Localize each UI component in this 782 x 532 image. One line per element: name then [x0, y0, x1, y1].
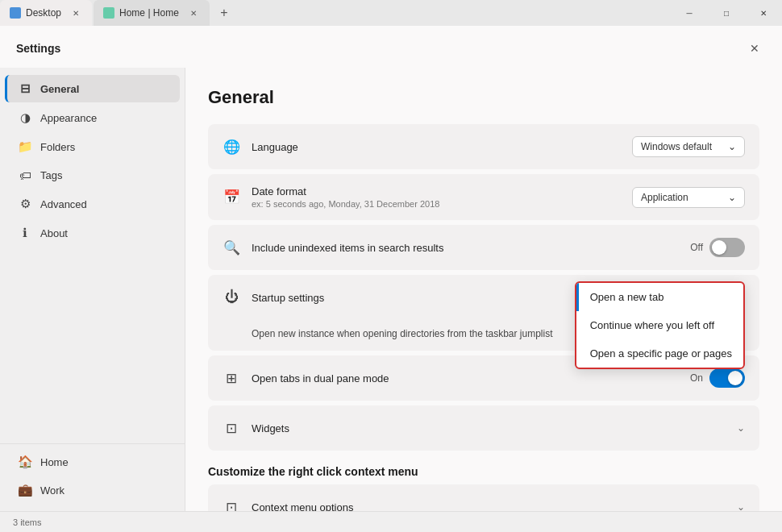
new-tab-button[interactable]: +: [213, 2, 235, 24]
context-menu-icon: ⊡: [223, 499, 240, 512]
sidebar-label-about: About: [40, 227, 68, 239]
work-icon: 💼: [18, 483, 32, 497]
settings-window-title: Settings: [16, 42, 60, 55]
widgets-control: ⌄: [737, 422, 745, 434]
settings-titlebar: Settings ✕: [0, 26, 782, 68]
maximize-button[interactable]: □: [708, 0, 745, 26]
unindexed-toggle[interactable]: [709, 238, 745, 257]
widgets-icon: ⊡: [223, 420, 240, 437]
context-menu-heading: Customize the right click context menu: [208, 465, 759, 478]
unindexed-control: Off: [690, 238, 745, 257]
sidebar-item-advanced[interactable]: ⚙ Advanced: [5, 190, 180, 218]
app: Settings ✕ ⊟ General ◑ Appearance 📁 Fold…: [0, 26, 782, 532]
sidebar-bottom: 🏠 Home 💼 Work: [0, 443, 185, 505]
settings-window: Settings ✕ ⊟ General ◑ Appearance 📁 Fold…: [0, 26, 782, 532]
context-menu-setting[interactable]: ⊡ Context menu options ⌄: [208, 484, 759, 511]
startup-dropdown-popup: Open a new tab Continue where you left o…: [575, 281, 745, 369]
language-icon: 🌐: [223, 139, 240, 156]
appearance-icon: ◑: [18, 110, 32, 125]
unindexed-label-group: Include unindexed items in search result…: [252, 242, 679, 254]
dual-pane-toggle-label: On: [690, 372, 703, 384]
titlebar: Desktop ✕ Home | Home ✕ + ─ □ ✕: [0, 0, 782, 26]
date-format-sublabel: ex: 5 seconds ago, Monday, 31 December 2…: [252, 199, 621, 209]
date-icon: 📅: [223, 189, 240, 206]
dual-pane-label: Open tabs in dual pane mode: [252, 372, 679, 384]
date-format-control: Application ⌄: [632, 187, 745, 208]
search-icon: 🔍: [223, 239, 240, 256]
startup-option-continue[interactable]: Continue where you left off: [576, 311, 743, 339]
date-label-group: Date format ex: 5 seconds ago, Monday, 3…: [252, 185, 621, 209]
language-dropdown-arrow: ⌄: [728, 141, 736, 152]
sidebar-item-general[interactable]: ⊟ General: [5, 75, 180, 102]
context-menu-label-group: Context menu options: [252, 501, 726, 512]
sidebar-label-tags: Tags: [40, 169, 62, 181]
date-format-dropdown-value: Application: [641, 192, 688, 203]
tags-icon: 🏷: [18, 168, 32, 182]
folders-icon: 📁: [18, 139, 32, 154]
advanced-icon: ⚙: [18, 197, 32, 211]
unindexed-setting: 🔍 Include unindexed items in search resu…: [208, 225, 759, 270]
sidebar-label-general: General: [40, 83, 79, 95]
dual-pane-toggle[interactable]: [709, 368, 745, 388]
status-bar: 3 items: [0, 511, 782, 532]
settings-close-button[interactable]: ✕: [743, 37, 766, 60]
tab-desktop-close[interactable]: ✕: [69, 6, 82, 19]
widgets-label-group: Widgets: [252, 422, 726, 434]
language-label-group: Language: [252, 141, 621, 153]
tab-desktop[interactable]: Desktop ✕: [0, 0, 92, 26]
startup-option-continue-label: Continue where you left off: [590, 319, 714, 331]
unindexed-toggle-label: Off: [690, 242, 703, 253]
widgets-expand-arrow: ⌄: [737, 422, 745, 434]
settings-body: ⊟ General ◑ Appearance 📁 Folders 🏷 Tags …: [0, 68, 782, 511]
home-tab-icon: [103, 7, 114, 19]
sidebar-item-home[interactable]: 🏠 Home: [5, 448, 180, 476]
tab-home-close[interactable]: ✕: [187, 6, 200, 19]
sidebar-label-folders: Folders: [40, 141, 75, 153]
widgets-setting[interactable]: ⊡ Widgets ⌄: [208, 405, 759, 451]
page-title: General: [208, 87, 759, 108]
sidebar-item-work[interactable]: 💼 Work: [5, 476, 180, 504]
dual-pane-control: On: [690, 368, 745, 388]
minimize-button[interactable]: ─: [671, 0, 708, 26]
sidebar-item-folders[interactable]: 📁 Folders: [5, 133, 180, 160]
sidebar-label-advanced: Advanced: [40, 198, 87, 210]
startup-option-specific-page[interactable]: Open a specific page or pages: [576, 339, 743, 368]
startup-setting: ⏻ Startup settings Open new instance whe…: [208, 275, 759, 351]
widgets-label: Widgets: [252, 422, 726, 434]
startup-option-new-tab[interactable]: Open a new tab: [576, 283, 743, 311]
language-control: Windows default ⌄: [632, 136, 745, 157]
sidebar-label-work: Work: [40, 484, 64, 497]
unindexed-label: Include unindexed items in search result…: [252, 242, 679, 254]
language-label: Language: [252, 141, 621, 153]
date-format-dropdown[interactable]: Application ⌄: [632, 187, 745, 208]
status-bar-text: 3 items: [13, 517, 41, 527]
dual-pane-toggle-knob: [728, 371, 742, 385]
date-format-dropdown-arrow: ⌄: [728, 192, 736, 203]
dual-pane-icon: ⊞: [223, 370, 240, 387]
sidebar-item-about[interactable]: ℹ About: [5, 219, 180, 247]
window-close-button[interactable]: ✕: [745, 0, 782, 26]
sidebar-item-appearance[interactable]: ◑ Appearance: [5, 104, 180, 131]
sidebar-item-tags[interactable]: 🏷 Tags: [5, 162, 180, 189]
language-dropdown[interactable]: Windows default ⌄: [632, 136, 745, 157]
context-menu-expand-arrow: ⌄: [737, 501, 745, 511]
startup-option-new-tab-label: Open a new tab: [590, 291, 664, 303]
tab-home[interactable]: Home | Home ✕: [94, 0, 210, 26]
language-setting: 🌐 Language Windows default ⌄: [208, 124, 759, 169]
window-controls: ─ □ ✕: [671, 0, 782, 26]
sidebar-label-home: Home: [40, 456, 69, 468]
context-menu-control: ⌄: [737, 501, 745, 511]
date-format-label: Date format: [252, 185, 621, 197]
main-content: General 🌐 Language Windows default ⌄: [185, 68, 782, 511]
tab-home-label: Home | Home: [119, 7, 179, 19]
dual-pane-label-group: Open tabs in dual pane mode: [252, 372, 679, 384]
context-menu-label: Context menu options: [252, 501, 726, 512]
general-icon: ⊟: [18, 81, 32, 96]
sidebar-label-appearance: Appearance: [40, 112, 97, 124]
home-icon: 🏠: [18, 455, 32, 469]
desktop-tab-icon: [10, 7, 21, 19]
sidebar: ⊟ General ◑ Appearance 📁 Folders 🏷 Tags …: [0, 68, 185, 511]
tab-desktop-label: Desktop: [26, 7, 61, 19]
language-dropdown-value: Windows default: [641, 141, 712, 152]
startup-icon: ⏻: [223, 289, 240, 305]
